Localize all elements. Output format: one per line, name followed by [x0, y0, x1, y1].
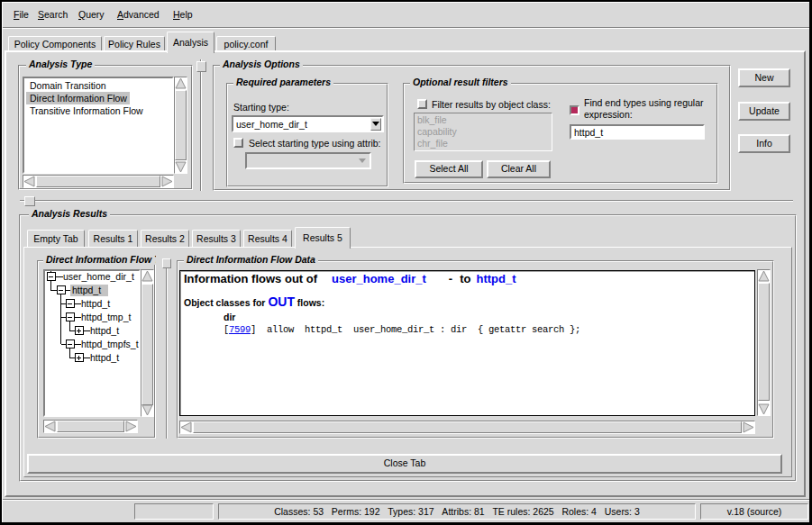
svg-text:httpd_tmp_t: httpd_tmp_t [81, 312, 132, 322]
svg-text:httpd_t: httpd_t [90, 352, 119, 363]
svg-text:httpd_t: httpd_t [90, 325, 119, 336]
svg-text:user_home_dir_t: user_home_dir_t [63, 271, 134, 282]
svg-text:httpd_t: httpd_t [81, 298, 110, 309]
svg-text:httpd_tmpfs_t: httpd_tmpfs_t [81, 339, 139, 349]
svg-text:httpd_t: httpd_t [72, 285, 101, 295]
